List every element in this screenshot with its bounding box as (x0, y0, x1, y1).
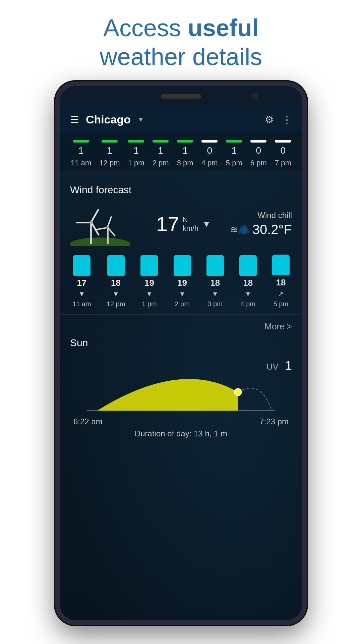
speaker (161, 94, 201, 99)
wind-bar-direction-arrow: ▼ (245, 290, 251, 298)
wind-bar-time: 4 pm (241, 300, 255, 308)
uv-section: 1 11 am 1 12 pm 1 1 pm 1 2 pm 1 3 pm 0 4… (60, 133, 302, 170)
wind-bar-direction-arrow: ▼ (78, 290, 85, 298)
wind-chill-icon: ≋🧥 (230, 224, 250, 235)
uv-number: 0 (256, 145, 261, 156)
uv-bar-item: 1 1 pm (128, 140, 144, 167)
wind-bar-speed: 18 (243, 278, 253, 288)
wind-bar-rect (140, 255, 158, 276)
more-button[interactable]: More > (264, 321, 292, 332)
uv-time: 11 am (71, 159, 91, 167)
wind-speed-block: 17 N km/h ▼ (156, 212, 211, 236)
wind-bar-time: 12 pm (107, 300, 125, 308)
wind-speed-value: 17 (156, 212, 179, 236)
wind-bar-speed: 19 (177, 278, 187, 288)
phone-shell: ☰ Chicago ▼ ⚙ ⋮ 1 11 am 1 12 pm 1 1 pm (55, 82, 307, 625)
wind-bar-speed: 17 (77, 278, 86, 288)
wind-bar-time: 11 am (72, 300, 91, 308)
svg-point-0 (70, 237, 130, 246)
wind-bar-direction-arrow: ▼ (212, 290, 219, 298)
wind-bar-rect (73, 255, 90, 276)
sun-label: Sun (70, 337, 292, 348)
wind-bar-item: 18 ▼ 3 pm (206, 255, 224, 308)
settings-icon[interactable]: ⚙ (265, 114, 274, 125)
uv-time: 1 pm (128, 159, 144, 167)
top-bar-left: ☰ Chicago ▼ (70, 113, 144, 126)
sunset-time: 7:23 pm (259, 417, 289, 426)
wind-title: Wind forecast (70, 184, 292, 196)
page-header: Access useful weather details (73, 0, 289, 82)
svg-rect-4 (76, 222, 91, 223)
wind-chill-row: ≋🧥 30.2°F (230, 222, 292, 237)
uv-time: 6 pm (250, 159, 267, 167)
wind-bar-rect (107, 255, 125, 276)
uv-value: 1 (285, 359, 292, 372)
uv-indicator (201, 140, 218, 143)
uv-indicator (153, 140, 169, 143)
uv-bar-item: 1 11 am (71, 140, 91, 167)
wind-bar-speed: 18 (276, 277, 286, 288)
wind-bar-time: 5 pm (274, 300, 288, 308)
svg-point-10 (106, 226, 109, 229)
svg-point-12 (235, 389, 241, 395)
uv-time: 12 pm (99, 159, 120, 167)
svg-rect-6 (107, 227, 109, 244)
uv-time: 3 pm (177, 159, 193, 167)
wind-speed-unit: N km/h (183, 215, 199, 233)
wind-bar-direction-arrow: ▼ (146, 290, 153, 298)
wind-chill-label: Wind chill (230, 211, 292, 220)
uv-indicator (250, 140, 266, 143)
wind-bar-item: 18 ▼ 4 pm (239, 255, 257, 308)
uv-indicator (128, 140, 144, 143)
uv-number: 0 (281, 145, 286, 156)
sunrise-time: 6:22 am (73, 417, 103, 426)
uv-bars: 1 11 am 1 12 pm 1 1 pm 1 2 pm 1 3 pm 0 4… (67, 140, 295, 170)
svg-rect-9 (96, 227, 108, 230)
uv-bar-item: 1 3 pm (177, 140, 193, 167)
uv-bar-item: 0 7 pm (275, 140, 291, 167)
uv-bar-item: 1 2 pm (153, 140, 169, 167)
svg-rect-7 (107, 216, 112, 227)
app-content: ☰ Chicago ▼ ⚙ ⋮ 1 11 am 1 12 pm 1 1 pm (60, 106, 302, 620)
camera (252, 93, 258, 99)
top-bar-right: ⚙ ⋮ (265, 114, 292, 125)
uv-bar-item: 1 12 pm (99, 140, 120, 167)
uv-bar-item: 1 5 pm (226, 140, 242, 167)
wind-bar-direction-arrow: ▼ (113, 290, 119, 298)
uv-indicator (226, 140, 242, 143)
divider-1 (60, 173, 302, 173)
dropdown-icon[interactable]: ▼ (137, 116, 144, 123)
svg-rect-1 (90, 222, 92, 244)
wind-arrow: ▼ (202, 219, 211, 229)
wind-bar-time: 3 pm (207, 300, 222, 308)
wind-bar-speed: 18 (111, 278, 121, 288)
uv-indicator (73, 140, 89, 143)
turbine-illustration (70, 202, 130, 246)
wind-chill-value: 30.2°F (252, 222, 292, 237)
wind-bar-time: 1 pm (142, 300, 157, 308)
wind-forecast-section: Wind forecast (60, 176, 302, 251)
wind-bar-item: 19 ▼ 2 pm (174, 255, 191, 308)
uv-number: 1 (107, 145, 112, 156)
uv-time: 2 pm (153, 159, 169, 167)
wind-bar-speed: 18 (210, 278, 220, 288)
svg-point-5 (89, 221, 93, 224)
uv-bar-item: 0 4 pm (201, 140, 218, 167)
wind-bar-item: 18 ↗ 5 pm (272, 255, 290, 308)
wind-bar-item: 18 ▼ 12 pm (107, 255, 125, 308)
uv-number: 1 (78, 145, 84, 156)
wind-bar-time: 2 pm (175, 300, 189, 308)
hamburger-icon[interactable]: ☰ (70, 114, 79, 125)
uv-number: 1 (182, 145, 188, 156)
wind-bar-rect (239, 255, 257, 276)
uv-label: UV (266, 362, 279, 372)
uv-time: 4 pm (201, 159, 218, 167)
wind-bar-rect (206, 255, 224, 276)
uv-bar-item: 0 6 pm (250, 140, 267, 167)
city-name: Chicago (86, 113, 131, 126)
wind-chill-block: Wind chill ≋🧥 30.2°F (230, 211, 292, 237)
uv-number: 1 (158, 145, 163, 156)
svg-rect-2 (90, 209, 99, 222)
header-line1: Access useful (103, 14, 259, 41)
more-options-icon[interactable]: ⋮ (282, 114, 292, 125)
